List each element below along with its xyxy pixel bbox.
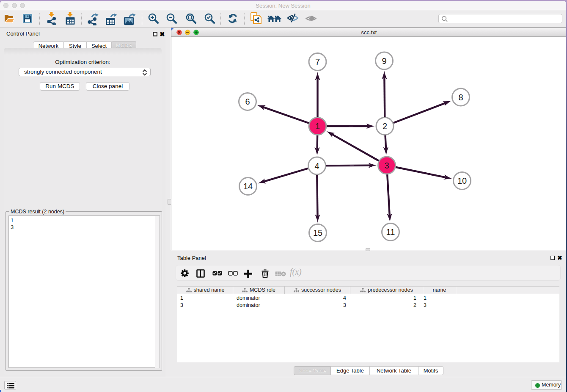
svg-text:14: 14 xyxy=(243,182,253,191)
svg-text:11: 11 xyxy=(386,227,395,237)
svg-text:7: 7 xyxy=(315,57,320,66)
svg-text:10: 10 xyxy=(457,176,467,185)
svg-text:15: 15 xyxy=(313,228,322,237)
svg-text:1: 1 xyxy=(315,121,320,131)
svg-text:8: 8 xyxy=(458,93,463,102)
svg-text:9: 9 xyxy=(382,56,386,66)
svg-text:2: 2 xyxy=(383,121,387,131)
svg-text:3: 3 xyxy=(384,161,389,170)
svg-text:4: 4 xyxy=(314,161,319,171)
svg-text:6: 6 xyxy=(245,97,250,106)
